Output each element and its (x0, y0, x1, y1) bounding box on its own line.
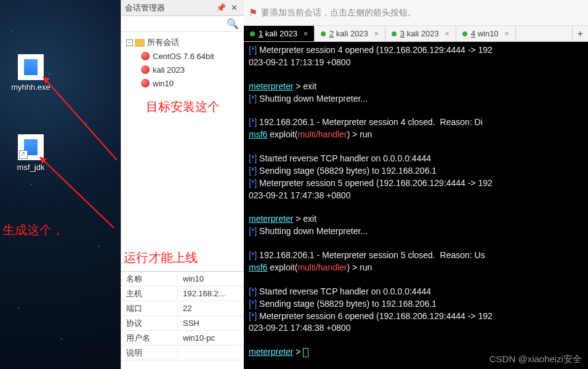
tab-close-icon[interactable]: × (445, 30, 449, 38)
term-text: exploit( (267, 129, 297, 139)
collapse-icon[interactable]: − (126, 39, 133, 46)
tree-label: 所有会话 (147, 37, 179, 48)
prop-key: 协议 (121, 318, 178, 329)
term-text: ) > run (347, 129, 373, 139)
hint-bar: ⚑ 要添加当前会话，点击左侧的箭头按钮。 (244, 0, 588, 26)
watermark: CSDN @xiaoheizi安全 (489, 353, 582, 365)
tab-close-icon[interactable]: × (505, 30, 509, 38)
term-marker: [*] (249, 250, 257, 260)
annotation-run: 运行才能上线 (121, 245, 244, 271)
term-marker: [*] (249, 117, 257, 127)
tab-kali-2[interactable]: 2 kali 2023 × (315, 26, 385, 41)
term-marker: [*] (249, 45, 257, 55)
term-marker: [*] (249, 153, 257, 163)
term-marker: [*] (249, 311, 257, 321)
prop-key: 名称 (121, 274, 178, 285)
session-properties: 名称win10 主机192.168.2... 端口22 协议SSH 用户名win… (121, 271, 244, 360)
svg-line-0 (43, 77, 117, 160)
session-icon (141, 52, 150, 60)
term-text: Meterpreter session 5 opened (192.168.20… (257, 178, 493, 188)
term-text: Shutting down Meterpreter... (257, 94, 368, 103)
add-tab-button[interactable]: + (572, 26, 588, 41)
term-text: Meterpreter session 4 opened (192.168.20… (257, 45, 493, 55)
term-prompt: meterpreter (249, 214, 293, 224)
tree-item[interactable]: CentOS 7.6 64bit (124, 49, 241, 63)
tab-number: 1 (259, 29, 263, 38)
term-marker: [*] (249, 178, 257, 188)
prop-key: 端口 (121, 303, 178, 314)
term-text: multi/handler (297, 262, 347, 272)
term-text: Meterpreter session 6 opened (192.168.20… (257, 311, 493, 321)
tree-label: win10 (153, 79, 174, 88)
term-text: exploit( (267, 262, 297, 272)
panel-title: 会话管理器 (125, 2, 165, 14)
term-text: Shutting down Meterpreter... (257, 226, 368, 236)
prop-val: SSH (178, 318, 199, 328)
tab-label: kali 2023 (407, 29, 439, 38)
term-marker: [*] (249, 166, 257, 176)
tab-close-icon[interactable]: × (304, 30, 308, 38)
prop-key: 主机 (121, 288, 178, 299)
tab-win10[interactable]: 4 win10 × (456, 26, 516, 41)
tab-label: kali 2023 (336, 29, 368, 38)
prop-row: 协议SSH (121, 316, 244, 331)
term-text: > exit (293, 214, 316, 224)
tab-kali-1[interactable]: 1 kali 2023 × (244, 26, 315, 41)
desktop[interactable]: myhhh.exe msf_jdk 生成这个， (0, 0, 121, 369)
tree-item[interactable]: kali 2023 (124, 63, 241, 76)
terminal-area: ⚑ 要添加当前会话，点击左侧的箭头按钮。 1 kali 2023 × 2 kal… (244, 0, 588, 369)
prop-row: 端口22 (121, 301, 244, 316)
prop-key: 用户名 (121, 333, 178, 344)
tab-kali-3[interactable]: 3 kali 2023 × (385, 26, 456, 41)
tab-number: 4 (471, 29, 475, 38)
prop-val: win10 (178, 274, 204, 283)
term-text: 023-09-21 17:13:19 +0800 (249, 57, 350, 67)
terminal[interactable]: [*] Meterpreter session 4 opened (192.16… (244, 42, 588, 369)
tab-number: 3 (400, 29, 405, 38)
prop-key: 说明 (121, 347, 178, 359)
session-icon (141, 65, 150, 74)
term-text: > exit (293, 81, 316, 91)
tree-label: kali 2023 (153, 65, 185, 75)
prop-val: 192.168.2... (178, 289, 225, 298)
term-prompt: msf6 (249, 262, 267, 272)
status-dot-icon (250, 31, 255, 36)
tree-root[interactable]: − 所有会话 (124, 36, 241, 49)
annotation-generate: 生成这个， (2, 222, 64, 238)
hint-text: 要添加当前会话，点击左侧的箭头按钮。 (261, 7, 416, 18)
tree-item[interactable]: win10 (124, 76, 241, 90)
status-dot-icon (392, 31, 397, 36)
term-text: 192.168.206.1 - Meterpreter session 5 cl… (257, 250, 485, 260)
term-text: Started reverse TCP handler on 0.0.0.0:4… (257, 286, 431, 296)
term-prompt: meterpreter (249, 81, 293, 91)
tab-label: kali 2023 (265, 29, 297, 38)
term-text: 023-09-21 17:47:38 +0800 (249, 190, 350, 200)
term-marker: [*] (249, 299, 257, 309)
search-bar[interactable]: 🔍 (121, 16, 244, 32)
prop-row: 说明 (121, 346, 244, 360)
pin-icon[interactable]: 📌 (214, 3, 228, 12)
session-icon (141, 79, 150, 87)
session-tree: − 所有会话 CentOS 7.6 64bit kali 2023 win10 (121, 32, 244, 94)
term-prompt: meterpreter (249, 347, 293, 357)
term-text: Sending stage (58829 bytes) to 192.168.2… (257, 166, 437, 176)
prop-row: 用户名win10-pc (121, 331, 244, 346)
term-marker: [*] (249, 286, 257, 296)
prop-val: win10-pc (178, 333, 215, 343)
shortcut-arrow-icon (19, 150, 28, 159)
close-icon[interactable]: ✕ (228, 3, 240, 12)
term-prompt: msf6 (249, 129, 267, 139)
annotation-arrow (37, 74, 123, 166)
status-dot-icon (462, 31, 467, 36)
cursor-icon (303, 348, 308, 357)
session-manager-header: 会话管理器 📌 ✕ (121, 0, 244, 16)
tab-close-icon[interactable]: × (374, 30, 379, 38)
tab-label: win10 (478, 29, 499, 38)
folder-icon (135, 39, 145, 47)
prop-row: 名称win10 (121, 272, 244, 286)
term-text: 192.168.206.1 - Meterpreter session 4 cl… (257, 117, 483, 127)
term-marker: [*] (249, 94, 257, 103)
term-text: multi/handler (297, 129, 347, 139)
term-text: Sending stage (58829 bytes) to 192.168.2… (257, 299, 437, 309)
flag-icon: ⚑ (249, 7, 257, 18)
